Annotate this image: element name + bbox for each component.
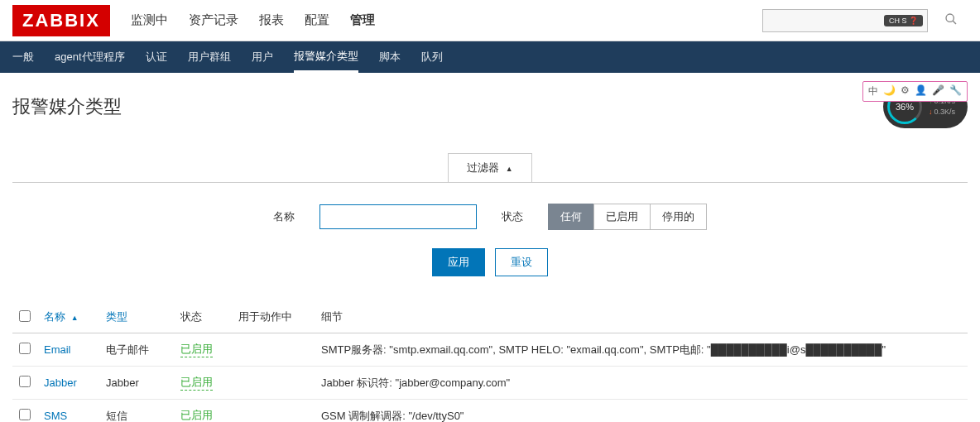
top-nav-administration[interactable]: 管理	[350, 12, 375, 28]
logo[interactable]: ZABBIX	[12, 5, 110, 36]
select-all-checkbox[interactable]	[19, 310, 31, 322]
sub-nav-scripts[interactable]: 脚本	[379, 41, 401, 73]
header-details: 细节	[321, 310, 343, 323]
sub-nav: 一般 agent代理程序 认证 用户群组 用户 报警媒介类型 脚本 队列 中 🌙…	[0, 41, 980, 73]
table-row: Jabber Jabber 已启用 Jabber 标识符: "jabber@co…	[12, 367, 968, 400]
gauge-down: 0.3K/s	[929, 107, 955, 117]
row-used-in	[232, 367, 315, 400]
filter-tab-label: 过滤器	[467, 161, 499, 174]
filter-row: 名称 状态 任何 已启用 停用的	[273, 204, 707, 230]
row-type: 短信	[99, 400, 174, 423]
row-used-in	[232, 333, 315, 367]
tool-wrench-icon[interactable]: 🔧	[949, 84, 962, 98]
tool-gear-icon[interactable]: ⚙	[901, 84, 910, 98]
row-type: Jabber	[99, 367, 174, 400]
filter-status-enabled[interactable]: 已启用	[593, 204, 651, 230]
ime-badge: CH S ❓	[884, 15, 923, 26]
top-header: ZABBIX 监测中 资产记录 报表 配置 管理 CH S ❓	[0, 0, 980, 41]
row-name-link[interactable]: Email	[44, 343, 71, 356]
row-status-toggle[interactable]: 已启用	[180, 408, 213, 422]
row-details: GSM 调制解调器: "/dev/ttyS0"	[315, 400, 968, 423]
row-status-toggle[interactable]: 已启用	[180, 342, 213, 357]
sort-asc-icon: ▲	[71, 314, 79, 322]
sub-nav-proxies[interactable]: agent代理程序	[55, 41, 125, 73]
row-name-link[interactable]: SMS	[44, 410, 67, 422]
svg-line-1	[953, 21, 956, 24]
filter-tab-row: 过滤器 ▲	[12, 153, 968, 182]
search-area: CH S ❓	[762, 9, 968, 32]
row-details: Jabber 标识符: "jabber@company.com"	[315, 367, 968, 400]
header-used-in: 用于动作中	[238, 310, 292, 323]
filter-wrap: 过滤器 ▲ 名称 状态 任何 已启用 停用的 应用 重设	[12, 153, 968, 293]
sub-nav-authentication[interactable]: 认证	[146, 41, 167, 73]
filter-name-input[interactable]	[319, 204, 477, 229]
tool-user-icon[interactable]: 👤	[915, 84, 927, 98]
sub-nav-queue[interactable]: 队列	[421, 41, 443, 73]
row-status-toggle[interactable]: 已启用	[180, 375, 213, 391]
filter-status-label: 状态	[502, 209, 523, 224]
page-title-row: 报警媒介类型 36% 0.1K/s 0.3K/s	[12, 85, 968, 128]
filter-actions: 应用 重设	[12, 248, 968, 276]
svg-point-0	[946, 14, 954, 22]
reset-button[interactable]: 重设	[495, 248, 548, 276]
tool-pill: 中 🌙 ⚙ 👤 🎤 🔧	[862, 81, 968, 102]
row-details: SMTP服务器: "smtp.exmail.qq.com", SMTP HELO…	[315, 333, 968, 367]
table-row: Email 电子邮件 已启用 SMTP服务器: "smtp.exmail.qq.…	[12, 333, 968, 367]
search-icon[interactable]	[944, 12, 958, 29]
media-types-table: 名称 ▲ 类型 状态 用于动作中 细节 Email 电子邮件 已启用 SMTP服…	[12, 301, 968, 422]
sub-nav-users[interactable]: 用户	[252, 41, 273, 73]
tool-lang-icon[interactable]: 中	[868, 84, 878, 98]
chevron-up-icon: ▲	[506, 165, 513, 173]
sub-nav-general[interactable]: 一般	[12, 41, 34, 73]
page-title: 报警媒介类型	[12, 94, 122, 119]
top-nav-reports[interactable]: 报表	[259, 12, 284, 28]
sub-nav-user-groups[interactable]: 用户群组	[188, 41, 231, 73]
search-input[interactable]: CH S ❓	[762, 9, 928, 32]
top-nav: 监测中 资产记录 报表 配置 管理	[131, 12, 762, 28]
header-name[interactable]: 名称	[44, 310, 65, 323]
page-body: 报警媒介类型 36% 0.1K/s 0.3K/s 过滤器 ▲ 名称 状态 任何	[0, 73, 980, 422]
filter-status-any[interactable]: 任何	[548, 204, 594, 230]
apply-button[interactable]: 应用	[432, 248, 485, 276]
filter-body: 名称 状态 任何 已启用 停用的 应用 重设	[12, 182, 968, 293]
row-checkbox[interactable]	[19, 343, 31, 354]
filter-name-label: 名称	[273, 209, 295, 224]
tool-moon-icon[interactable]: 🌙	[883, 84, 896, 98]
table-row: SMS 短信 已启用 GSM 调制解调器: "/dev/ttyS0"	[12, 400, 968, 423]
sub-nav-media-types[interactable]: 报警媒介类型	[294, 41, 358, 73]
filter-status-group: 任何 已启用 停用的	[548, 204, 707, 230]
header-type[interactable]: 类型	[106, 310, 127, 323]
table-header-row: 名称 ▲ 类型 状态 用于动作中 细节	[12, 301, 968, 333]
row-type: 电子邮件	[99, 333, 174, 367]
top-nav-configuration[interactable]: 配置	[305, 12, 329, 28]
row-used-in	[232, 400, 315, 423]
row-checkbox[interactable]	[19, 409, 31, 420]
top-nav-inventory[interactable]: 资产记录	[189, 12, 238, 28]
tool-mic-icon[interactable]: 🎤	[932, 84, 944, 98]
row-name-link[interactable]: Jabber	[44, 376, 77, 389]
filter-tab[interactable]: 过滤器 ▲	[448, 153, 532, 182]
header-status: 状态	[180, 310, 202, 323]
row-checkbox[interactable]	[19, 376, 31, 387]
filter-status-disabled[interactable]: 停用的	[650, 204, 707, 230]
top-nav-monitoring[interactable]: 监测中	[131, 12, 168, 28]
